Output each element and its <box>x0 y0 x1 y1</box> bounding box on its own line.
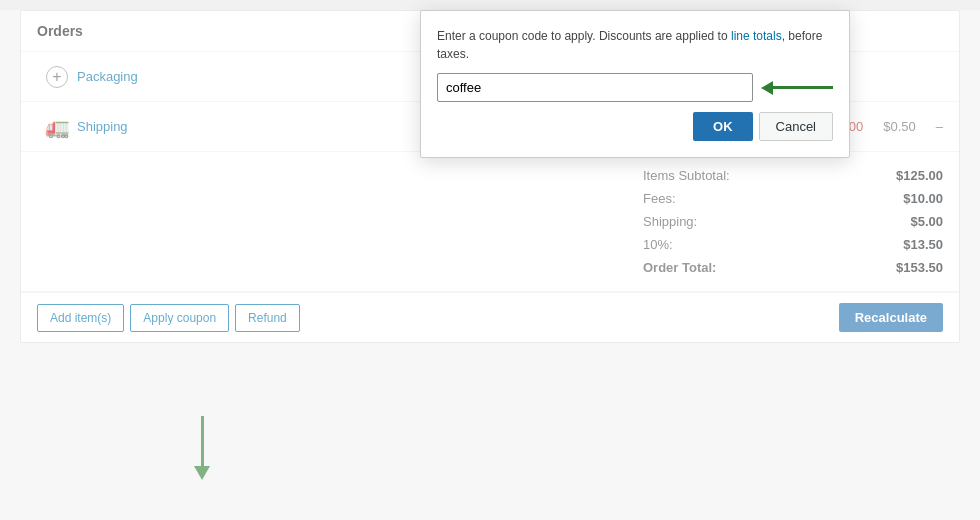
popup-cancel-button[interactable]: Cancel <box>759 112 833 141</box>
page-wrapper: Orders + Packaging 🚛 Shipping $5.00 $0.5… <box>0 10 980 520</box>
right-arrow-indicator <box>761 81 833 95</box>
popup-description: Enter a coupon code to apply. Discounts … <box>437 27 833 63</box>
popup-link: line totals <box>731 29 782 43</box>
popup-input-row <box>437 73 833 102</box>
coupon-popup: Enter a coupon code to apply. Discounts … <box>420 10 850 158</box>
arrow-line-icon <box>773 86 833 89</box>
coupon-input[interactable] <box>437 73 753 102</box>
popup-ok-button[interactable]: OK <box>693 112 753 141</box>
arrow-head-icon <box>761 81 773 95</box>
popup-buttons: OK Cancel <box>437 112 833 141</box>
